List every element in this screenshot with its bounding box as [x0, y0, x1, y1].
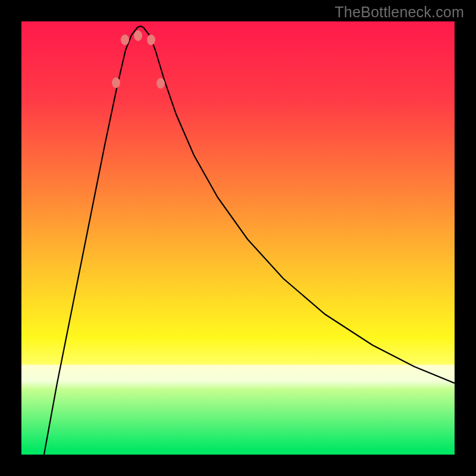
chart-svg	[21, 21, 455, 455]
chart-frame: TheBottleneck.com	[0, 0, 476, 476]
watermark-text: TheBottleneck.com	[335, 4, 464, 21]
marker-dot	[156, 78, 165, 89]
marker-dot	[147, 35, 155, 45]
marker-dot	[134, 30, 142, 41]
marker-group	[112, 30, 165, 89]
bottleneck-curve	[44, 26, 455, 455]
marker-dot	[112, 77, 120, 88]
chart-plot-area	[21, 21, 455, 455]
marker-dot	[121, 35, 129, 45]
